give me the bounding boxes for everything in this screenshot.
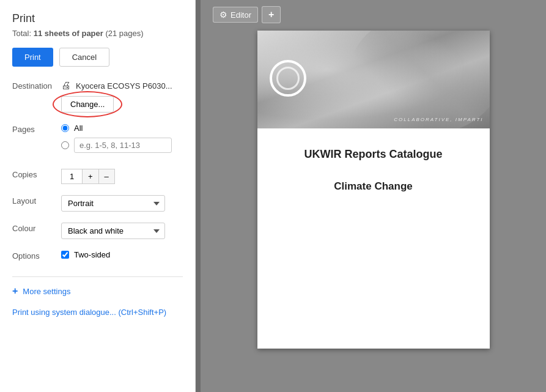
more-settings-plus-icon: + — [12, 286, 18, 297]
add-page-button[interactable]: + — [262, 6, 281, 23]
pages-info: (21 pages) — [105, 29, 143, 38]
ukwir-tagline: UK Water Industry Research — [311, 87, 368, 92]
preview-page: UKWIR UK Water Industry Research COLLABO… — [257, 31, 490, 349]
preview-toolbar: ⚙ Editor + — [213, 6, 281, 23]
editor-label: Editor — [231, 10, 251, 20]
printer-name: Kyocera ECOSYS P6030... — [76, 81, 172, 91]
pages-row: Pages All — [12, 124, 183, 158]
preview-main-title: UKWIR Reports Catalogue — [304, 147, 442, 162]
change-button[interactable]: Change... — [61, 96, 114, 113]
two-sided-label: Two-sided — [74, 250, 110, 259]
preview-sub-title: Climate Change — [334, 180, 412, 193]
preview-content: UKWIR Reports Catalogue Climate Change — [257, 128, 490, 205]
layout-label: Layout — [12, 195, 61, 205]
options-row: Options Two-sided — [12, 250, 183, 261]
colour-row: Colour Black and white Colour — [12, 223, 183, 239]
two-sided-checkbox[interactable] — [61, 251, 69, 259]
copies-content: 1 + – — [61, 169, 183, 184]
pages-label: Pages — [12, 124, 61, 134]
pages-content: All — [61, 124, 183, 158]
ukwir-banner: UKWIR UK Water Industry Research COLLABO… — [257, 31, 490, 128]
pages-custom-row — [61, 138, 183, 153]
copies-increment-button[interactable]: + — [82, 169, 99, 184]
more-settings-row: + More settings — [12, 286, 183, 297]
colour-content: Black and white Colour — [61, 223, 183, 239]
layout-row: Layout Portrait Landscape — [12, 195, 183, 212]
sheets-count: 11 sheets of paper — [34, 29, 103, 38]
options-content: Two-sided — [61, 250, 183, 259]
options-label: Options — [12, 250, 61, 261]
copies-value: 1 — [61, 169, 83, 184]
ukwir-text-block: UKWIR UK Water Industry Research — [311, 67, 368, 92]
print-panel: Print Total: 11 sheets of paper (21 page… — [0, 0, 196, 392]
print-title: Print — [12, 12, 183, 25]
print-summary: Total: 11 sheets of paper (21 pages) — [12, 29, 183, 38]
collaborative-text: COLLABORATIVE, IMPARTI — [394, 117, 483, 122]
copies-row: Copies 1 + – — [12, 169, 183, 184]
system-dialogue-link[interactable]: Print using system dialogue... (Ctrl+Shi… — [12, 308, 183, 327]
colour-select[interactable]: Black and white Colour — [61, 223, 165, 239]
editor-icon: ⚙ — [220, 10, 227, 20]
center-divider — [196, 0, 201, 392]
pages-all-row: All — [61, 124, 183, 133]
print-button[interactable]: Print — [12, 48, 53, 67]
divider — [12, 276, 183, 277]
destination-row: Destination 🖨 Kyocera ECOSYS P6030... Ch… — [12, 80, 183, 113]
editor-button[interactable]: ⚙ Editor — [213, 7, 258, 23]
layout-content: Portrait Landscape — [61, 195, 183, 212]
pages-custom-input[interactable] — [74, 138, 172, 153]
pages-all-radio[interactable] — [61, 124, 69, 132]
printer-info: 🖨 Kyocera ECOSYS P6030... — [61, 80, 183, 91]
two-sided-row: Two-sided — [61, 250, 183, 259]
pages-custom-radio[interactable] — [61, 141, 69, 149]
colour-label: Colour — [12, 223, 61, 233]
printer-icon: 🖨 — [61, 80, 71, 91]
destination-label: Destination — [12, 80, 61, 91]
layout-select[interactable]: Portrait Landscape — [61, 195, 165, 212]
pages-all-label: All — [74, 124, 83, 133]
ukwir-wordmark: UKWIR — [311, 67, 368, 86]
print-actions: Print Cancel — [12, 48, 183, 67]
destination-content: 🖨 Kyocera ECOSYS P6030... Change... — [61, 80, 183, 113]
summary-prefix: Total: — [12, 29, 34, 38]
more-settings-link[interactable]: More settings — [23, 287, 70, 296]
preview-panel: ⚙ Editor + UKWIR UK Water Industry Resea… — [201, 0, 546, 392]
ukwir-circle-logo — [270, 60, 306, 97]
ukwir-logo-group: UKWIR UK Water Industry Research — [270, 60, 368, 99]
copies-decrement-button[interactable]: – — [98, 169, 115, 184]
cancel-button[interactable]: Cancel — [59, 48, 109, 67]
change-btn-wrapper: Change... — [61, 96, 114, 113]
ukwir-circle-inner — [276, 67, 300, 90]
copies-label: Copies — [12, 169, 61, 179]
copies-control: 1 + – — [61, 169, 183, 184]
